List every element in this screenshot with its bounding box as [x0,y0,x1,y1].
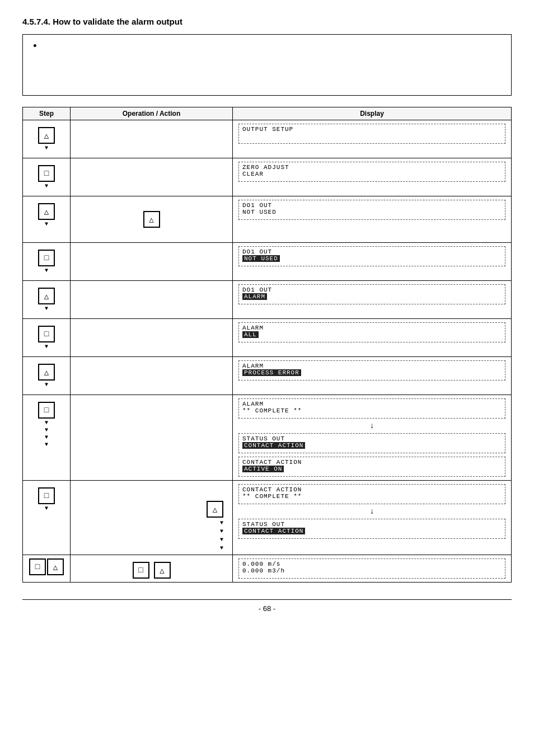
up-button-10[interactable]: △ [47,558,64,575]
lcd-line2: NOT USED [242,255,502,262]
up-button-1[interactable]: △ [38,127,55,144]
display-cell-4: DO1 OUT NOT USED [233,243,512,281]
lcd-line2: ALL [242,331,502,338]
display-cell-8: ALARM ** COMPLETE ** ↓ STATUS OUT CONTAC… [233,395,512,481]
arrow-down-6: ▼ [45,344,48,350]
arrow-down-8b: ▼ [45,427,48,433]
lcd-flow-reading: 0.000 m/s 0.000 m3/h [238,558,505,579]
step-cell-7: △ ▼ [23,357,71,395]
arrow-down-5: ▼ [45,306,48,312]
table-row: △ ▼ DO1 OUT ALARM [23,281,512,319]
arrow-down-8a: ▼ [45,420,48,426]
lcd-contact-action-active: CONTACT ACTION ACTIVE ON [238,457,505,477]
action-cell-1 [71,120,233,158]
lcd-line1: CONTACT ACTION [242,459,502,466]
lcd-line1: 0.000 m/s [242,561,502,567]
arrow-down-9b: ▼ [220,520,223,526]
action-cell-9: △ ▼ ▼ ▼ ▼ [71,481,233,555]
action-cell-6 [71,319,233,357]
lcd-line1: DO1 OUT [242,248,502,255]
display-cell-5: DO1 OUT ALARM [233,281,512,319]
action-cell-10: □ △ [71,555,233,583]
step-cell-6: □ ▼ [23,319,71,357]
action-cell-5 [71,281,233,319]
up-button-5[interactable]: △ [38,288,55,304]
lcd-line1: STATUS OUT [242,521,502,528]
lcd-line1: OUTPUT SETUP [242,126,502,133]
action-sq-10[interactable]: □ [133,562,149,579]
lcd-line2: ** COMPLETE ** [242,407,502,414]
sq-button-4[interactable]: □ [38,250,55,266]
lcd-highlighted: ACTIVE ON [242,466,284,472]
arrow-down-3: ▼ [45,221,48,227]
step-cell-8: □ ▼ ▼ ▼ ▼ [23,395,71,481]
sq-button-10[interactable]: □ [29,558,46,575]
step-cell-5: △ ▼ [23,281,71,319]
sq-button-8[interactable]: □ [38,402,55,419]
lcd-line1: DO1 OUT [242,287,502,293]
arrow-down-9: ▼ [45,505,48,511]
arrow-down-9d: ▼ [220,537,223,543]
sq-button-2[interactable]: □ [38,165,55,182]
action-up-9[interactable]: △ [207,501,223,518]
lcd-line2: NOT USED [242,209,502,215]
action-up-3[interactable]: △ [143,211,160,228]
lcd-line2: CONTACT ACTION [242,442,502,449]
lcd-output-setup: OUTPUT SETUP [238,124,505,144]
lcd-highlighted: CONTACT ACTION [242,442,305,449]
step-cell-10: □ △ [23,555,71,583]
page-number: - 68 - [259,604,275,613]
arrow-down-9e: ▼ [220,545,223,551]
display-cell-2: ZERO ADJUST CLEAR [233,158,512,196]
table-row: □ △ □ △ 0.000 m/s 0.000 m3/h [23,555,512,583]
lcd-line1: ALARM [242,325,502,331]
arrow-down-2: ▼ [45,183,48,189]
action-up-10[interactable]: △ [154,562,171,579]
bullet-point: • [32,41,502,51]
col-header-action: Operation / Action [71,107,233,120]
lcd-line1: DO1 OUT [242,202,502,209]
col-header-step: Step [23,107,71,120]
lcd-line2: ALARM [242,293,502,300]
step-cell-1: △ ▼ [23,120,71,158]
step-cell-9: □ ▼ [23,481,71,555]
step-cell-2: □ ▼ [23,158,71,196]
lcd-line1: ALARM [242,363,502,369]
display-cell-3: DO1 OUT NOT USED [233,196,512,243]
down-arrow-between-8: ↓ [238,422,505,430]
table-row: □ ▼ ALARM ALL [23,319,512,357]
lcd-line1: ALARM [242,401,502,407]
col-header-display: Display [233,107,512,120]
table-row: □ ▼ DO1 OUT NOT USED [23,243,512,281]
table-row: □ ▼ ZERO ADJUST CLEAR [23,158,512,196]
display-cell-9: CONTACT ACTION ** COMPLETE ** ↓ STATUS O… [233,481,512,555]
section-title: 4.5.7.4. How to validate the alarm outpu… [22,17,512,26]
lcd-line1: CONTACT ACTION [242,486,502,493]
arrow-down-1: ▼ [45,145,48,151]
display-cell-7: ALARM PROCESS ERROR [233,357,512,395]
table-row: □ ▼ ▼ ▼ ▼ ALARM ** COMPLETE ** ↓ STATUS … [23,395,512,481]
lcd-do1-not-used-hl: DO1 OUT NOT USED [238,246,505,266]
sq-button-9[interactable]: □ [38,487,55,504]
action-cell-4 [71,243,233,281]
lcd-highlighted: ALARM [242,293,267,300]
lcd-line2: PROCESS ERROR [242,369,502,376]
footer: - 68 - [22,599,512,613]
table-row: □ ▼ △ ▼ ▼ ▼ ▼ CONTACT ACTION ** COMPLETE [23,481,512,555]
up-button-3[interactable]: △ [38,203,55,220]
lcd-line2: CLEAR [242,171,502,177]
step-cell-4: □ ▼ [23,243,71,281]
procedure-table: Step Operation / Action Display △ ▼ OUTP… [22,107,512,583]
up-button-7[interactable]: △ [38,364,55,381]
arrow-down-9c: ▼ [220,528,223,534]
lcd-do1-alarm: DO1 OUT ALARM [238,284,505,304]
lcd-alarm-complete: ALARM ** COMPLETE ** [238,398,505,419]
step-cell-3: △ ▼ [23,196,71,243]
lcd-contact-action-complete: CONTACT ACTION ** COMPLETE ** [238,484,505,504]
table-row: △ ▼ ALARM PROCESS ERROR [23,357,512,395]
info-box: • [22,34,512,96]
sq-button-6[interactable]: □ [38,326,55,342]
lcd-do1-not-used: DO1 OUT NOT USED [238,200,505,220]
lcd-status-out-contact-2: STATUS OUT CONTACT ACTION [238,519,505,539]
action-cell-7 [71,357,233,395]
